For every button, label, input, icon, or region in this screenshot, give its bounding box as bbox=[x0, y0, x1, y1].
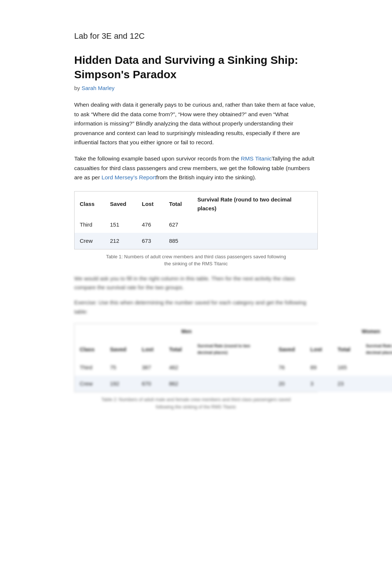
blurred-sub-lost-w: Lost bbox=[305, 339, 333, 359]
lord-mersey-link[interactable]: Lord Mersey’s Report bbox=[102, 174, 156, 180]
b-saved-m-2: 192 bbox=[105, 376, 137, 392]
author-link[interactable]: Sarah Marley bbox=[82, 85, 114, 91]
article-title: Hidden Data and Surviving a Sinking Ship… bbox=[74, 53, 318, 82]
header-row: Class Saved Lost Total Survival Rate (ro… bbox=[75, 192, 317, 217]
blurred-table-row: Third 75 387 462 76 89 165 bbox=[75, 359, 392, 376]
blurred-table-header: Men Women Class Saved Lost Total Surviva… bbox=[75, 324, 392, 360]
blurred-table-body: Third 75 387 462 76 89 165 Crew 192 670 bbox=[75, 359, 392, 392]
col-header-total: Total bbox=[164, 192, 192, 217]
cell-survival-1 bbox=[192, 217, 317, 233]
blurred-table-container: Men Women Class Saved Lost Total Surviva… bbox=[74, 323, 318, 393]
blurred-women-header: Women bbox=[305, 324, 392, 339]
blurred-sub-total-w: Total bbox=[333, 339, 361, 359]
blurred-table-row: Crew 192 670 862 20 3 23 bbox=[75, 376, 392, 392]
b-surv-m-1 bbox=[192, 359, 274, 376]
blurred-survival-table: Men Women Class Saved Lost Total Surviva… bbox=[75, 324, 392, 392]
table-row: Crew 212 673 885 bbox=[75, 233, 317, 249]
table-caption-line2: the sinking of the RMS Titanic bbox=[164, 261, 228, 266]
blurred-sub-lost-m: Lost bbox=[137, 339, 164, 359]
blurred-paragraph-1: We would ask you to fill in the right co… bbox=[74, 274, 318, 293]
para2-after-link2: from the British inquiry into the sinkin… bbox=[156, 174, 256, 180]
b-total-m-2: 862 bbox=[164, 376, 192, 392]
cell-total-2: 885 bbox=[164, 233, 192, 249]
blurred-men-header: Men bbox=[105, 324, 274, 339]
body-paragraph-1: When dealing with data it generally pays… bbox=[74, 100, 318, 147]
b-surv-m-2 bbox=[192, 376, 274, 392]
blurred-sub-saved-m: Saved bbox=[105, 339, 137, 359]
b-surv-w-1 bbox=[361, 359, 392, 376]
col-header-class: Class bbox=[75, 192, 105, 217]
b-class-1: Third bbox=[75, 359, 105, 376]
blurred-sub-survival-w: Survival Rate (round to two decimal plac… bbox=[361, 339, 392, 359]
cell-survival-2 bbox=[192, 233, 317, 249]
survival-table: Class Saved Lost Total Survival Rate (ro… bbox=[75, 192, 317, 249]
blurred-caption-line1: Table 2: Numbers of adult male and femal… bbox=[102, 397, 291, 402]
blurred-sub-survival-m: Survival Rate (round to two decimal plac… bbox=[192, 339, 274, 359]
cell-saved-2: 212 bbox=[105, 233, 137, 249]
lab-title: Lab for 3E and 12C bbox=[74, 30, 318, 42]
main-table-container: Class Saved Lost Total Survival Rate (ro… bbox=[74, 191, 318, 249]
cell-total-1: 627 bbox=[164, 217, 192, 233]
b-total-w-2: 23 bbox=[333, 376, 361, 392]
rms-titanic-link[interactable]: RMS Titanic bbox=[241, 155, 272, 162]
blurred-col-spacer bbox=[274, 324, 305, 339]
b-surv-w-2 bbox=[361, 376, 392, 392]
blurred-header-row-top: Men Women bbox=[75, 324, 392, 339]
cell-lost-1: 476 bbox=[137, 217, 164, 233]
table-body: Third 151 476 627 Crew 212 673 885 bbox=[75, 217, 317, 249]
table-caption: Table 1: Numbers of adult crew members a… bbox=[74, 253, 318, 268]
cell-class-2: Crew bbox=[75, 233, 105, 249]
blurred-section: We would ask you to fill in the right co… bbox=[74, 274, 318, 411]
b-saved-w-1: 76 bbox=[274, 359, 305, 376]
author-name: Sarah Marley bbox=[82, 85, 114, 91]
col-header-saved: Saved bbox=[105, 192, 137, 217]
b-lost-w-1: 89 bbox=[305, 359, 333, 376]
b-total-w-1: 165 bbox=[333, 359, 361, 376]
author-prefix: by bbox=[74, 85, 82, 91]
blurred-table-caption: Table 2: Numbers of adult male and femal… bbox=[74, 396, 318, 411]
b-saved-m-1: 75 bbox=[105, 359, 137, 376]
blurred-sub-saved-w: Saved bbox=[274, 339, 305, 359]
body-paragraph-2: Take the following example based upon su… bbox=[74, 154, 318, 182]
table-header: Class Saved Lost Total Survival Rate (ro… bbox=[75, 192, 317, 217]
b-saved-w-2: 20 bbox=[274, 376, 305, 392]
para2-before-link1: Take the following example based upon su… bbox=[74, 155, 241, 162]
blurred-sub-class: Class bbox=[75, 339, 105, 359]
cell-saved-1: 151 bbox=[105, 217, 137, 233]
author-line: by Sarah Marley bbox=[74, 84, 318, 93]
col-header-lost: Lost bbox=[137, 192, 164, 217]
table-caption-line1: Table 1: Numbers of adult crew members a… bbox=[106, 254, 286, 259]
blurred-header-row-sub: Class Saved Lost Total Survival Rate (ro… bbox=[75, 339, 392, 359]
blurred-sub-total-m: Total bbox=[164, 339, 192, 359]
col-header-survival-rate: Survival Rate (round to two decimal plac… bbox=[192, 192, 317, 217]
blurred-caption-line2: following the sinking of the RMS Titanic bbox=[156, 404, 236, 410]
cell-lost-2: 673 bbox=[137, 233, 164, 249]
b-lost-w-2: 3 bbox=[305, 376, 333, 392]
page-container: Lab for 3E and 12C Hidden Data and Survi… bbox=[52, 0, 340, 451]
b-total-m-1: 462 bbox=[164, 359, 192, 376]
b-class-2: Crew bbox=[75, 376, 105, 392]
b-lost-m-1: 387 bbox=[137, 359, 164, 376]
table-row: Third 151 476 627 bbox=[75, 217, 317, 233]
blurred-paragraph-2: Exercise: Use this when determining the … bbox=[74, 298, 318, 317]
blurred-col-empty bbox=[75, 324, 105, 339]
b-lost-m-2: 670 bbox=[137, 376, 164, 392]
cell-class-1: Third bbox=[75, 217, 105, 233]
